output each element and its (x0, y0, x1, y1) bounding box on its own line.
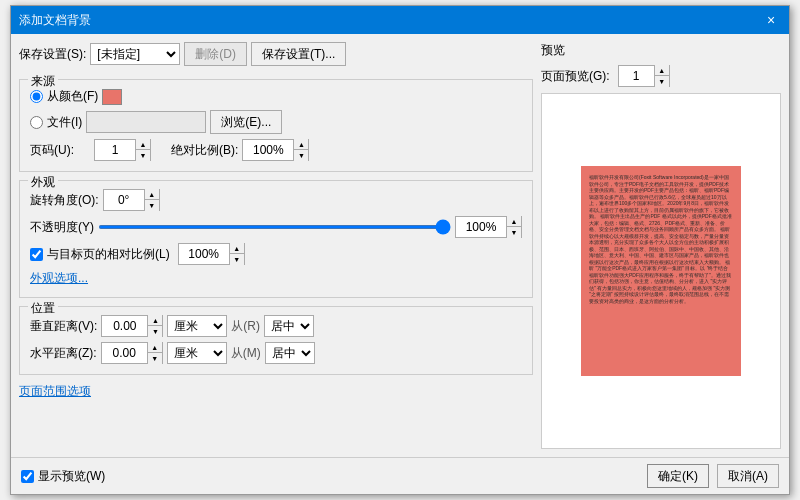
save-settings-row: 保存设置(S): [未指定] 删除(D) 保存设置(T)... (19, 42, 533, 66)
from-r-label: 从(R) (231, 318, 260, 335)
source-section-title: 来源 (28, 73, 58, 90)
opacity-label: 不透明度(Y) (30, 219, 94, 236)
preview-page: 福昕软件开发有限公司(Foxit Software Incorporated)是… (541, 93, 781, 449)
vertical-input[interactable] (102, 316, 147, 336)
vertical-label: 垂直距离(V): (30, 318, 97, 335)
horizontal-input[interactable] (102, 343, 147, 363)
opacity-up[interactable]: ▲ (507, 216, 521, 227)
cancel-button[interactable]: 取消(A) (717, 464, 779, 488)
relative-input[interactable] (179, 244, 229, 264)
page-preview-label: 页面预览(G): (541, 68, 610, 85)
page-preview-spinner: ▲ ▼ (618, 65, 670, 87)
horizontal-label: 水平距离(Z): (30, 345, 97, 362)
ok-button[interactable]: 确定(K) (647, 464, 709, 488)
ratio-input[interactable] (243, 140, 293, 160)
file-radio[interactable] (30, 116, 43, 129)
vertical-up[interactable]: ▲ (148, 315, 162, 326)
position-section: 位置 垂直距离(V): ▲ ▼ 厘米 从(R) (19, 306, 533, 375)
page-num-up[interactable]: ▲ (136, 139, 150, 150)
preview-title: 预览 (541, 42, 781, 59)
file-label[interactable]: 文件(I) (30, 114, 82, 131)
save-settings-label: 保存设置(S): (19, 46, 86, 63)
ratio-down[interactable]: ▼ (294, 150, 308, 161)
horizontal-up[interactable]: ▲ (148, 342, 162, 353)
source-section: 来源 从颜色(F) 文件(I) 浏览(E)... (19, 79, 533, 172)
from-color-radio[interactable] (30, 90, 43, 103)
vertical-spinner-buttons: ▲ ▼ (147, 315, 162, 337)
show-preview-text: 显示预览(W) (38, 468, 105, 485)
horizontal-unit-select[interactable]: 厘米 (167, 342, 227, 364)
page-preview-content: 福昕软件开发有限公司(Foxit Software Incorporated)是… (581, 166, 741, 376)
opacity-input[interactable] (456, 217, 506, 237)
browse-button[interactable]: 浏览(E)... (210, 110, 282, 134)
rotation-input[interactable] (104, 190, 144, 210)
page-preview-up[interactable]: ▲ (655, 65, 669, 76)
relative-checkbox[interactable] (30, 248, 43, 261)
page-preview-input[interactable] (619, 66, 654, 86)
more-options-row: 外观选项... (30, 270, 522, 287)
opacity-slider[interactable] (98, 225, 451, 229)
right-panel: 预览 页面预览(G): ▲ ▼ 福昕软件开发有限公司(Foxit Softwar… (541, 42, 781, 449)
preview-text: 福昕软件开发有限公司(Foxit Software Incorporated)是… (589, 174, 733, 304)
vertical-spinner: ▲ ▼ (101, 315, 163, 337)
page-num-input[interactable] (95, 140, 135, 160)
horizontal-row: 水平距离(Z): ▲ ▼ 厘米 从(M) 居中 (30, 342, 522, 364)
vertical-unit-select[interactable]: 厘米 (167, 315, 227, 337)
opacity-down[interactable]: ▼ (507, 227, 521, 238)
relative-label[interactable]: 与目标页的相对比例(L) (30, 246, 170, 263)
left-panel: 保存设置(S): [未指定] 删除(D) 保存设置(T)... 来源 从颜色(F… (19, 42, 533, 449)
vertical-align-select[interactable]: 居中 (264, 315, 314, 337)
preview-controls: 页面预览(G): ▲ ▼ (541, 65, 781, 87)
from-color-text: 从颜色(F) (47, 88, 98, 105)
add-background-dialog: 添加文档背景 × 保存设置(S): [未指定] 删除(D) 保存设置(T)...… (10, 5, 790, 495)
rotation-up[interactable]: ▲ (145, 189, 159, 200)
page-range-row: 页面范围选项 (19, 383, 533, 400)
show-preview-label[interactable]: 显示预览(W) (21, 468, 105, 485)
opacity-spinner: ▲ ▼ (455, 216, 522, 238)
relative-spinner-buttons: ▲ ▼ (229, 243, 244, 265)
page-num-label: 页码(U): (30, 142, 90, 159)
delete-button[interactable]: 删除(D) (184, 42, 247, 66)
rotation-spinner: ▲ ▼ (103, 189, 160, 211)
horizontal-align-select[interactable]: 居中 (265, 342, 315, 364)
rotation-down[interactable]: ▼ (145, 200, 159, 211)
relative-up[interactable]: ▲ (230, 243, 244, 254)
page-preview-down[interactable]: ▼ (655, 76, 669, 87)
page-range-link[interactable]: 页面范围选项 (19, 383, 91, 400)
page-num-spinner: ▲ ▼ (94, 139, 151, 161)
relative-row: 与目标页的相对比例(L) ▲ ▼ (30, 243, 522, 265)
appearance-section-title: 外观 (28, 174, 58, 191)
footer-right: 确定(K) 取消(A) (647, 464, 779, 488)
horizontal-down[interactable]: ▼ (148, 353, 162, 364)
preview-section: 预览 页面预览(G): ▲ ▼ 福昕软件开发有限公司(Foxit Softwar… (541, 42, 781, 449)
relative-down[interactable]: ▼ (230, 254, 244, 265)
page-preview-spinner-buttons: ▲ ▼ (654, 65, 669, 87)
rotation-spinner-buttons: ▲ ▼ (144, 189, 159, 211)
preset-select[interactable]: [未指定] (90, 43, 180, 65)
more-options-link[interactable]: 外观选项... (30, 270, 88, 287)
ratio-up[interactable]: ▲ (294, 139, 308, 150)
file-row: 文件(I) 浏览(E)... (30, 110, 522, 134)
from-color-row: 从颜色(F) (30, 88, 522, 105)
from-color-label[interactable]: 从颜色(F) (30, 88, 98, 105)
relative-spinner: ▲ ▼ (178, 243, 245, 265)
horizontal-spinner-buttons: ▲ ▼ (147, 342, 162, 364)
save-settings-button[interactable]: 保存设置(T)... (251, 42, 346, 66)
page-ratio-row: 页码(U): ▲ ▼ 绝对比例(B): ▲ ▼ (30, 139, 522, 161)
page-num-down[interactable]: ▼ (136, 150, 150, 161)
dialog-title: 添加文档背景 (19, 12, 91, 29)
horizontal-spinner: ▲ ▼ (101, 342, 163, 364)
color-swatch[interactable] (102, 89, 122, 105)
page-num-spinner-buttons: ▲ ▼ (135, 139, 150, 161)
rotation-label: 旋转角度(O): (30, 192, 99, 209)
opacity-slider-wrapper (98, 225, 451, 229)
relative-text: 与目标页的相对比例(L) (47, 246, 170, 263)
ratio-spinner-buttons: ▲ ▼ (293, 139, 308, 161)
from-m-label: 从(M) (231, 345, 261, 362)
file-input[interactable] (86, 111, 206, 133)
show-preview-checkbox[interactable] (21, 470, 34, 483)
vertical-down[interactable]: ▼ (148, 326, 162, 337)
close-button[interactable]: × (761, 10, 781, 30)
footer-left: 显示预览(W) (21, 468, 105, 485)
dialog-body: 保存设置(S): [未指定] 删除(D) 保存设置(T)... 来源 从颜色(F… (11, 34, 789, 457)
